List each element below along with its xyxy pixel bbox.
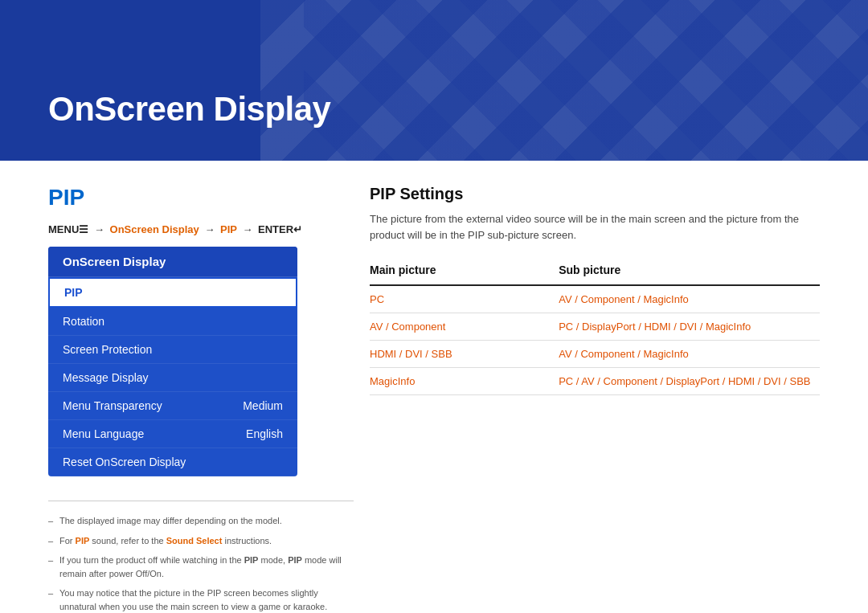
note-4: You may notice that the picture in the P… xyxy=(48,586,354,613)
sub-picture-cell: AV / Component / MagicInfo xyxy=(559,285,820,313)
table-row: AV / ComponentPC / DisplayPort / HDMI / … xyxy=(370,313,820,341)
pip-heading: PIP xyxy=(48,185,321,210)
right-column: PIP Settings The picture from the extern… xyxy=(370,185,820,613)
main-picture-cell: PC xyxy=(370,285,559,313)
table-row: PCAV / Component / MagicInfo xyxy=(370,285,820,313)
menu-item-message-display-label: Message Display xyxy=(63,371,149,384)
menu-item-reset-onscreen-label: Reset OnScreen Display xyxy=(63,456,186,468)
pip-table: Main picture Sub picture PCAV / Componen… xyxy=(370,259,820,395)
menu-path: MENU☰ → OnScreen Display → PIP → ENTER↵ xyxy=(48,223,321,235)
table-row: MagicInfoPC / AV / Component / DisplayPo… xyxy=(370,368,820,395)
pip-settings-heading: PIP Settings xyxy=(370,185,820,203)
menu-item-message-display[interactable]: Message Display xyxy=(48,364,297,392)
menu-item-menu-transparency-value: Medium xyxy=(243,399,283,412)
pip-settings-desc: The picture from the external video sour… xyxy=(370,211,820,243)
menu-path-enter: ENTER↵ xyxy=(258,223,302,235)
left-column: PIP MENU☰ → OnScreen Display → PIP → ENT… xyxy=(48,185,321,613)
note-2: For PIP sound, refer to the Sound Select… xyxy=(48,534,354,548)
menu-item-rotation-label: Rotation xyxy=(63,315,104,328)
col-sub-picture: Sub picture xyxy=(559,259,820,285)
menu-item-pip-label: PIP xyxy=(64,286,83,299)
arrow-2: → xyxy=(204,223,218,235)
main-picture-cell: HDMI / DVI / SBB xyxy=(370,341,559,368)
content-area: PIP MENU☰ → OnScreen Display → PIP → ENT… xyxy=(0,161,868,613)
sub-picture-cell: AV / Component / MagicInfo xyxy=(559,341,820,368)
note-3: If you turn the product off while watchi… xyxy=(48,554,354,580)
menu-item-menu-transparency[interactable]: Menu Transparency Medium xyxy=(48,392,297,420)
menu-item-menu-language-label: Menu Language xyxy=(63,427,144,440)
menu-box-header: OnScreen Display xyxy=(48,247,297,277)
main-picture-cell: MagicInfo xyxy=(370,368,559,395)
menu-item-menu-transparency-label: Menu Transparency xyxy=(63,399,162,412)
arrow-3: → xyxy=(242,223,256,235)
sub-picture-cell: PC / AV / Component / DisplayPort / HDMI… xyxy=(559,368,820,395)
menu-path-prefix: MENU xyxy=(48,223,79,235)
menu-path-part1: OnScreen Display xyxy=(110,223,199,235)
menu-item-pip[interactable]: PIP xyxy=(48,277,297,308)
col-main-picture: Main picture xyxy=(370,259,559,285)
menu-item-screen-protection[interactable]: Screen Protection xyxy=(48,336,297,364)
menu-path-part2: PIP xyxy=(220,223,237,235)
page-title: OnScreen Display xyxy=(48,90,330,129)
notes-section: The displayed image may differ depending… xyxy=(48,501,354,613)
menu-icon: ☰ xyxy=(79,223,88,235)
note-1: The displayed image may differ depending… xyxy=(48,514,354,528)
sub-picture-cell: PC / DisplayPort / HDMI / DVI / MagicInf… xyxy=(559,313,820,341)
arrow-1: → xyxy=(94,223,108,235)
menu-item-menu-language-value: English xyxy=(246,427,283,440)
menu-item-menu-language[interactable]: Menu Language English xyxy=(48,420,297,448)
menu-item-rotation[interactable]: Rotation xyxy=(48,308,297,336)
header-banner: OnScreen Display xyxy=(0,0,868,161)
main-picture-cell: AV / Component xyxy=(370,313,559,341)
menu-box: OnScreen Display PIP Rotation Screen Pro… xyxy=(48,247,297,476)
menu-item-reset-onscreen[interactable]: Reset OnScreen Display xyxy=(48,448,297,476)
menu-item-screen-protection-label: Screen Protection xyxy=(63,343,152,356)
table-row: HDMI / DVI / SBBAV / Component / MagicIn… xyxy=(370,341,820,368)
